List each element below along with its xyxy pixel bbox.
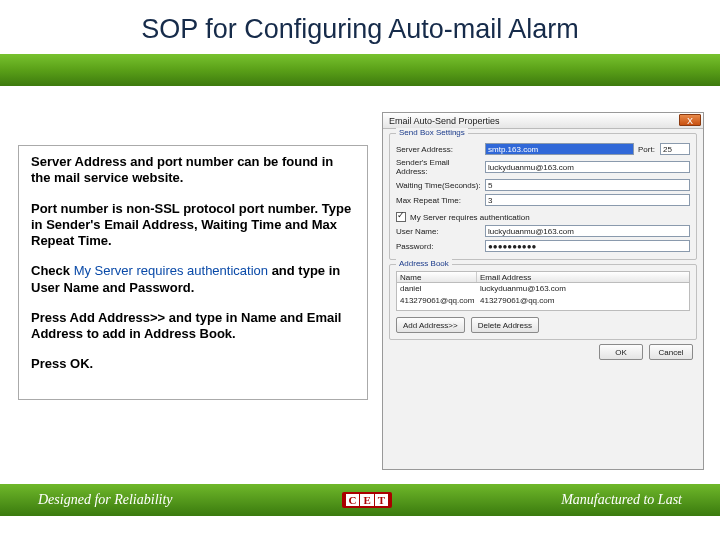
header-band <box>0 52 720 88</box>
page-title: SOP for Configuring Auto-mail Alarm <box>0 14 720 45</box>
email-properties-dialog: Email Auto-Send Properties X Send Box Se… <box>382 112 704 470</box>
auth-checkbox[interactable] <box>396 212 406 222</box>
auth-label: My Server requires authentication <box>410 213 530 222</box>
address-table-header: Name Email Address <box>396 271 690 283</box>
sender-label: Sender's Email Address: <box>396 158 481 176</box>
instr-4g: to add in Address Book. <box>83 326 236 341</box>
instr-5: Press OK. <box>31 356 93 371</box>
instr-4e: and <box>276 310 306 325</box>
instr-2: Port number is non-SSL protocol port num… <box>31 201 351 249</box>
sendbox-group: Send Box Settings Server Address: smtp.1… <box>389 133 697 260</box>
col-name[interactable]: Name <box>397 272 477 282</box>
instr-4a: Press <box>31 310 70 325</box>
username-input[interactable]: luckyduanmu@163.com <box>485 225 690 237</box>
wait-label: Waiting Time(Seconds): <box>396 181 481 190</box>
table-row[interactable]: 413279061@qq.com 413279061@qq.com <box>397 295 689 307</box>
logo-t: T <box>375 494 388 506</box>
addressbook-group-title: Address Book <box>396 259 452 268</box>
wait-input[interactable]: 5 <box>485 179 690 191</box>
logo-e: E <box>360 494 373 506</box>
instr-3a: Check <box>31 263 74 278</box>
col-email[interactable]: Email Address <box>477 272 689 282</box>
logo-c: C <box>346 494 360 506</box>
sender-input[interactable]: luckyduanmu@163.com <box>485 161 690 173</box>
cell-email: luckyduanmu@163.com <box>477 283 689 295</box>
port-label: Port: <box>638 145 656 154</box>
cet-logo: C E T <box>342 492 393 508</box>
addressbook-group: Address Book Name Email Address daniel l… <box>389 264 697 340</box>
username-label: User Name: <box>396 227 481 236</box>
instructions-panel: Server Address and port number can be fo… <box>18 145 368 400</box>
cell-name: 413279061@qq.com <box>397 295 477 307</box>
address-table-body[interactable]: daniel luckyduanmu@163.com 413279061@qq.… <box>396 283 690 311</box>
table-row[interactable]: daniel luckyduanmu@163.com <box>397 283 689 295</box>
instr-1: Server Address and port number can be fo… <box>31 154 333 185</box>
port-input[interactable]: 25 <box>660 143 690 155</box>
instr-4b: Add Address>> <box>70 310 166 325</box>
server-input[interactable]: smtp.163.com <box>485 143 634 155</box>
cell-name: daniel <box>397 283 477 295</box>
repeat-input[interactable]: 3 <box>485 194 690 206</box>
dialog-titlebar[interactable]: Email Auto-Send Properties X <box>383 113 703 129</box>
ok-button[interactable]: OK <box>599 344 643 360</box>
password-label: Password: <box>396 242 481 251</box>
footer-right: Manufactured to Last <box>561 492 682 508</box>
footer-left: Designed for Reliability <box>38 492 173 508</box>
instr-3b: My Server requires authentication <box>74 263 268 278</box>
sendbox-group-title: Send Box Settings <box>396 128 468 137</box>
repeat-label: Max Repeat Time: <box>396 196 481 205</box>
password-input[interactable]: ●●●●●●●●●● <box>485 240 690 252</box>
instr-4d: Name <box>241 310 276 325</box>
close-button[interactable]: X <box>679 114 701 126</box>
footer-band: Designed for Reliability C E T Manufactu… <box>0 484 720 516</box>
cancel-button[interactable]: Cancel <box>649 344 693 360</box>
instr-4c: and type in <box>165 310 241 325</box>
server-label: Server Address: <box>396 145 481 154</box>
dialog-title: Email Auto-Send Properties <box>389 116 500 126</box>
cell-email: 413279061@qq.com <box>477 295 689 307</box>
add-address-button[interactable]: Add Address>> <box>396 317 465 333</box>
delete-address-button[interactable]: Delete Address <box>471 317 539 333</box>
